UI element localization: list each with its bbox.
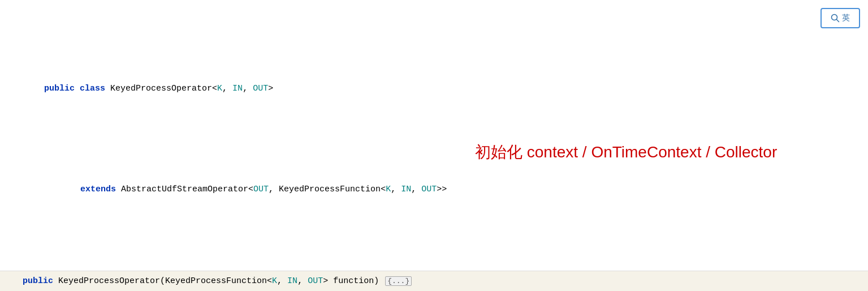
page-container: 英 public class KeyedProcessOperator<K, I…: [0, 0, 868, 291]
extends-type: AbstractUdfStreamOperator<: [121, 185, 253, 194]
search-lang-label: 英: [842, 13, 850, 23]
search-icon: [831, 14, 840, 23]
keyword-class: class: [80, 84, 110, 93]
type-IN: IN: [232, 84, 243, 93]
bottom-bar: public KeyedProcessOperator(KeyedProcess…: [0, 271, 868, 291]
constructor-line: public KeyedProcessOperator(KeyedProcess…: [5, 276, 413, 286]
annotation-text: 初始化 context / OnTimeContext / Collector: [475, 142, 777, 163]
keyword-public: public: [44, 84, 80, 93]
svg-line-1: [837, 20, 839, 22]
search-button[interactable]: 英: [821, 8, 860, 28]
code-line-2: extends AbstractUdfStreamOperator<OUT, K…: [14, 168, 868, 212]
code-line-1: public class KeyedProcessOperator<K, IN,…: [14, 67, 868, 110]
classname: KeyedProcessOperator<: [110, 84, 217, 93]
collapsed-indicator[interactable]: {...}: [385, 276, 412, 286]
type-K: K: [217, 84, 222, 93]
keyword-extends: extends: [80, 185, 121, 194]
type-OUT: OUT: [253, 84, 268, 93]
